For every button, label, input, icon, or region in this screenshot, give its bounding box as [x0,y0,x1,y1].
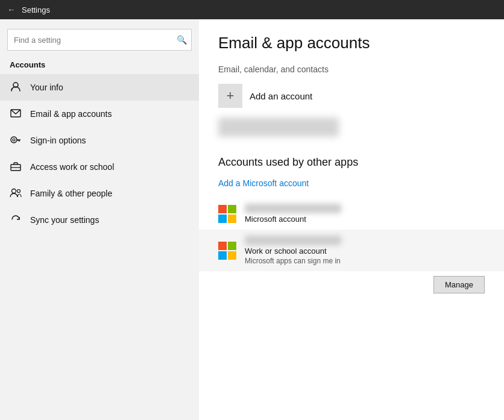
search-input[interactable] [7,29,192,51]
back-button[interactable]: ← [7,5,16,14]
family-icon [10,188,22,199]
svg-point-10 [12,189,16,193]
sidebar-item-family[interactable]: Family & other people [0,180,199,207]
title-bar: ← Settings [0,0,504,19]
svg-point-3 [11,137,17,143]
sidebar-item-label-your-info: Your info [30,83,63,92]
briefcase-icon [10,161,22,173]
email-icon [10,109,22,119]
work-account-sub: Microsoft apps can sign me in [245,257,341,265]
add-microsoft-account-link[interactable]: Add a Microsoft account [218,178,485,188]
svg-point-4 [13,139,15,141]
manage-button-wrap: Manage [218,276,485,293]
sidebar-item-your-info[interactable]: Your info [0,74,199,101]
sidebar-item-email-app[interactable]: Email & app accounts [0,101,199,127]
sidebar-item-sync[interactable]: Sync your settings [0,207,199,233]
microsoft-account-row: Microsoft account [218,198,485,230]
work-account-name-blurred [245,236,341,245]
sidebar-section-title: Accounts [0,58,199,74]
sidebar-item-label-sync: Sync your settings [30,215,99,225]
microsoft-logo [218,205,236,223]
existing-account-blurred [218,118,339,137]
add-account-button[interactable]: + Add an account [218,84,485,108]
main-layout: 🔍 Accounts Your info Email & ap [0,19,504,420]
search-container: 🔍 [7,29,192,51]
sidebar-item-label-signin: Sign-in options [30,136,86,145]
add-account-label: Add an account [250,91,312,101]
page-title: Email & app accounts [218,34,485,52]
sidebar-item-label-email: Email & app accounts [30,109,112,119]
email-calendar-section-title: Email, calendar, and contacts [218,64,485,74]
microsoft-account-name-blurred [245,204,341,213]
title-bar-title: Settings [22,5,50,14]
sidebar-item-sign-in[interactable]: Sign-in options [0,127,199,154]
work-account-type: Work or school account [245,246,341,255]
user-icon [10,81,22,94]
sidebar-item-work-school[interactable]: Access work or school [0,154,199,180]
microsoft-account-type: Microsoft account [245,215,341,224]
key-icon [10,134,22,147]
other-apps-title: Accounts used by other apps [218,156,485,169]
add-icon: + [218,84,242,108]
microsoft-account-info: Microsoft account [245,204,341,224]
manage-button[interactable]: Manage [433,276,485,293]
sync-icon [10,214,22,227]
sidebar-item-label-work: Access work or school [30,162,114,172]
microsoft-logo-2 [218,242,236,260]
work-account-info: Work or school account Microsoft apps ca… [245,236,341,265]
sidebar-item-label-family: Family & other people [30,189,112,198]
search-icon: 🔍 [177,35,187,45]
sidebar: 🔍 Accounts Your info Email & ap [0,19,199,420]
work-school-account-row: Work or school account Microsoft apps ca… [199,230,504,271]
svg-point-11 [17,189,20,192]
content-area: Email & app accounts Email, calendar, an… [199,19,504,420]
